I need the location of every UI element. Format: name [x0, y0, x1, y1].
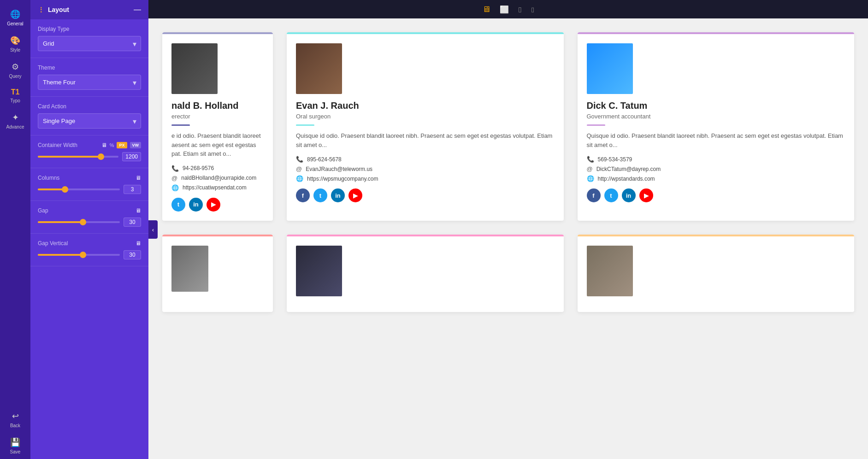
card-phone-1: 📞 94-268-9576: [171, 165, 264, 172]
container-width-fill: [38, 156, 101, 158]
card-divider-3: [587, 124, 605, 126]
card-socials-1: t in ▶: [171, 198, 264, 212]
columns-track[interactable]: [38, 188, 120, 190]
card-divider-1: [171, 124, 190, 126]
unit-px-button[interactable]: PX: [117, 142, 127, 148]
email-icon-3: @: [587, 165, 593, 172]
gap-vertical-value: 30: [124, 250, 141, 259]
nav-item-style[interactable]: 🎨 Style: [0, 31, 30, 57]
card-bio-2: Quisque id odio. Praesent blandit laoree…: [296, 131, 555, 149]
gap-fill: [38, 221, 83, 223]
nav-item-query[interactable]: ⚙ Query: [0, 57, 30, 83]
save-icon: 💾: [10, 437, 20, 447]
card-website-1: 🌐 https://cuatiwpsendat.com: [171, 184, 264, 191]
card-socials-3: f t in ▶: [587, 188, 845, 202]
card-contacts-1: 📞 94-268-9576 @ naldBHolland@jourrapide.…: [171, 165, 264, 191]
card-socials-2: f t in ▶: [296, 188, 555, 202]
gap-track[interactable]: [38, 221, 120, 223]
card-bio-1: e id odio. Praesent blandit laoreet aese…: [171, 131, 264, 159]
social-yt-2[interactable]: ▶: [348, 188, 362, 202]
container-width-section: Container Width 🖥 % PX VW 1200: [30, 135, 148, 168]
display-type-label: Display Type: [38, 26, 141, 32]
card-photo-1: [171, 43, 218, 94]
gap-vertical-thumb[interactable]: [80, 252, 86, 258]
gap-label: Gap: [38, 207, 133, 214]
globe-icon: 🌐: [10, 9, 20, 19]
card-phone-3: 📞 569-534-3579: [587, 156, 845, 163]
card-role-2: Oral surgeon: [296, 113, 555, 120]
sidebar-title: ⋮ Layout: [38, 6, 69, 13]
tablet-portrait-icon[interactable]: ▯: [518, 6, 522, 13]
nav-item-save[interactable]: 💾 Save: [0, 433, 30, 459]
card-phone-2: 📞 895-624-5678: [296, 156, 555, 163]
nav-item-advance[interactable]: ✦ Advance: [0, 108, 30, 134]
nav-item-typo[interactable]: T1 Typo: [0, 83, 30, 108]
sidebar-collapse-button[interactable]: —: [134, 6, 141, 14]
card-website-3: 🌐 http://wpstandards.com: [587, 175, 845, 182]
main-area: 🖥 ⬜ ▯ ▯ nald B. Holland erector e id odi…: [148, 0, 868, 459]
sidebar-header: ⋮ Layout —: [30, 0, 148, 19]
display-type-section: Display Type Grid List Carousel: [30, 19, 148, 58]
nav-item-general[interactable]: 🌐 General: [0, 5, 30, 31]
display-type-select[interactable]: Grid List Carousel: [38, 36, 141, 51]
theme-section: Theme Theme One Theme Two Theme Three Th…: [30, 58, 148, 97]
columns-slider-row: 3: [38, 185, 141, 194]
columns-section: Columns 🖥 3: [30, 168, 148, 201]
card-body-5: [287, 236, 564, 312]
card-photo-5: [296, 246, 342, 296]
social-fb-2[interactable]: f: [296, 188, 310, 202]
mobile-icon[interactable]: ▯: [531, 6, 534, 13]
person-card-row2-1: [162, 235, 273, 312]
sidebar-collapse-arrow[interactable]: ‹: [148, 220, 158, 239]
social-youtube-1[interactable]: ▶: [207, 198, 220, 212]
gap-slider-row: 30: [38, 218, 141, 227]
gap-vertical-track[interactable]: [38, 254, 120, 256]
person-card-evan: Evan J. Rauch Oral surgeon Quisque id od…: [287, 32, 564, 221]
gear-icon: ⚙: [12, 62, 19, 72]
web-icon-2: 🌐: [296, 175, 303, 182]
percent-sign: %: [110, 142, 114, 148]
card-body-1: nald B. Holland erector e id odio. Praes…: [162, 34, 273, 221]
card-photo-6: [587, 246, 633, 296]
card-action-select-wrapper: Single Page Popup None: [38, 113, 141, 129]
gap-value: 30: [124, 218, 141, 227]
social-tw-3[interactable]: t: [604, 188, 618, 202]
theme-select-wrapper: Theme One Theme Two Theme Three Theme Fo…: [38, 75, 141, 90]
container-width-value: 1200: [122, 152, 141, 161]
palette-icon: 🎨: [10, 35, 20, 46]
monitor-icon-cw: 🖥: [101, 142, 107, 148]
theme-select[interactable]: Theme One Theme Two Theme Three Theme Fo…: [38, 75, 141, 90]
person-card-dick: Dick C. Tatum Government accountant Quis…: [578, 32, 855, 221]
columns-value: 3: [124, 185, 141, 194]
tablet-landscape-icon[interactable]: ⬜: [500, 5, 509, 14]
social-li-2[interactable]: in: [331, 188, 345, 202]
typo-icon: T1: [11, 88, 20, 96]
card-role-1: erector: [171, 113, 264, 120]
container-width-thumb[interactable]: [98, 153, 104, 160]
social-twitter-1[interactable]: t: [171, 198, 185, 212]
phone-icon-2: 📞: [296, 156, 303, 163]
social-tw-2[interactable]: t: [313, 188, 327, 202]
card-action-select[interactable]: Single Page Popup None: [38, 113, 141, 129]
social-linkedin-1[interactable]: in: [189, 198, 203, 212]
nav-item-back[interactable]: ↩ Back: [0, 406, 30, 433]
layout-dots-icon: ⋮: [38, 6, 44, 13]
phone-icon-1: 📞: [171, 165, 179, 172]
container-width-track[interactable]: [38, 156, 118, 158]
gap-thumb[interactable]: [80, 219, 86, 225]
content-area: nald B. Holland erector e id odio. Praes…: [148, 18, 868, 459]
gap-vertical-slider-row: 30: [38, 250, 141, 259]
card-email-1: @ naldBHolland@jourrapide.com: [171, 175, 264, 182]
columns-thumb[interactable]: [62, 186, 68, 193]
social-li-3[interactable]: in: [622, 188, 636, 202]
unit-vw-button[interactable]: VW: [130, 142, 142, 148]
card-action-label: Card Action: [38, 103, 141, 110]
sidebar-panel: ⋮ Layout — Display Type Grid List Carous…: [30, 0, 148, 459]
social-fb-3[interactable]: f: [587, 188, 601, 202]
card-bio-3: Quisque id odio. Praesent blandit laoree…: [587, 131, 845, 149]
monitor-icon-gapv: 🖥: [136, 240, 141, 247]
social-yt-3[interactable]: ▶: [639, 188, 653, 202]
desktop-icon[interactable]: 🖥: [482, 5, 490, 14]
web-icon-3: 🌐: [587, 175, 594, 182]
monitor-icon-gap: 🖥: [136, 207, 141, 214]
